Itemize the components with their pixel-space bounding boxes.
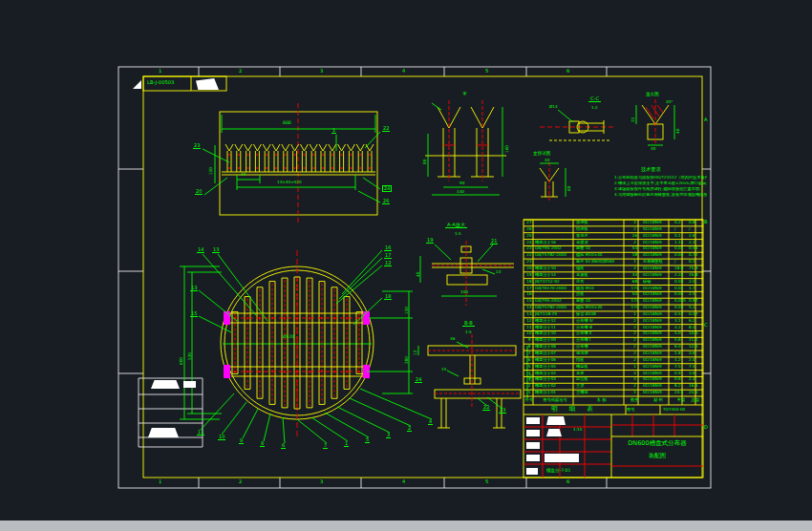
bom-cell: 8.4 <box>688 325 702 331</box>
bom-cell: 1 <box>627 259 642 266</box>
notes-line: 3.现场组装按件号顺序进行,螺栓联接应拧紧牢固; <box>614 187 707 191</box>
bom-cell <box>702 240 703 246</box>
bom-dwg-no: TD7450-00 <box>663 408 685 412</box>
bom-cell: 压板 <box>575 291 627 298</box>
bom-cell: 8 <box>524 344 534 350</box>
bom-cell: 0.57 <box>688 311 702 318</box>
bom-cell: 75.3 <box>688 266 702 272</box>
zone-label: 1 <box>159 479 161 484</box>
aa-balloon-mid: 13 <box>496 270 501 274</box>
bom-cell: 12.0 <box>688 344 702 350</box>
revision-blob <box>148 428 179 437</box>
bom-row: 1槽盘分-J-01主槽体10Cr18Ni924.524.5 <box>524 390 703 396</box>
part-balloon: 23 <box>193 143 201 149</box>
bom-cell: GB/T6170-2000 <box>534 286 575 292</box>
bom-cell: 7.5 <box>688 364 702 371</box>
bb-detail-scale: 1:5 <box>465 330 472 334</box>
notes-line: 2.槽体上沿应保持水平,水平度允差±2mm,堰口标高一致; <box>614 181 707 185</box>
bom-cell <box>702 220 703 226</box>
bom-cell: 19 <box>524 272 534 279</box>
bom-cell: 10 <box>524 330 534 337</box>
part-balloon: 12 <box>384 261 392 266</box>
bom-cell: 0Cr18Ni9 <box>642 390 673 396</box>
bom-cell: 0.1 <box>673 233 688 240</box>
bom-cell: 4 <box>524 371 534 377</box>
bom-cell: 0Cr18Ni9 <box>642 318 673 325</box>
bom-cell: 0Cr18Ni9 <box>642 220 673 226</box>
bom-row: 6槽盘分-J-06挡板20Cr18Ni91.22.4 <box>524 357 703 364</box>
part-balloon: 1 <box>344 441 349 447</box>
bom-header-cell: 图号或标准号 <box>534 396 575 405</box>
bom-cell: 槽盘分-J-08 <box>534 344 575 350</box>
bom-cell: 7 <box>524 350 534 357</box>
bolt-detail-label: C-C <box>588 96 601 102</box>
bom-cell: 槽盖板 <box>575 364 627 371</box>
part-balloon: 9 <box>239 438 244 444</box>
bom-cell: 24.5 <box>673 390 688 396</box>
bom-cell <box>702 318 703 325</box>
bom-row: 2槽盘分-J-02主梁20Cr18Ni98.216.4 <box>524 383 703 390</box>
bom-row: 19槽盘分-J-14支承板340Cr18Ni92.2435.8 <box>524 272 703 279</box>
part-balloon: 13 <box>190 286 198 291</box>
bom-cell: 5.6 <box>673 337 688 344</box>
bom-header-cell: 材 料 <box>642 396 673 405</box>
bom-cell <box>702 364 703 371</box>
bom-cell: 2.24 <box>673 272 688 279</box>
bom-cell: 0.1 <box>688 259 702 266</box>
bom-cell: 18 <box>627 252 642 259</box>
bom-cell: 2 <box>627 325 642 331</box>
bom-cell: 接管 Ø108 <box>575 311 627 318</box>
bom-cell: 3.6 <box>688 371 702 377</box>
front-dim-total: 13×40=520 <box>277 181 302 184</box>
bolt-detail-scale: 1:2 <box>591 106 598 110</box>
part-balloon: 17 <box>384 253 392 259</box>
signature-blob <box>526 417 540 424</box>
bom-cell: 0Cr18Ni9 <box>642 376 673 383</box>
bom-cell: 0Cr18Ni9 <box>642 272 673 279</box>
weir-dim-w1: 90 <box>459 181 464 185</box>
weir-detail-mark: ✳ <box>462 91 467 96</box>
bom-cell: / <box>673 259 688 266</box>
bom-cell: 4 <box>627 371 642 377</box>
bom-cell <box>702 226 703 233</box>
bom-cell: 26 <box>627 233 642 240</box>
bom-row: 3槽盘分-J-03定位板40Cr18Ni90.62.4 <box>524 376 703 383</box>
bb-detail-label: B-B <box>462 321 475 327</box>
bom-cell <box>702 390 703 396</box>
bom-cell: / <box>673 226 688 233</box>
bom-cell <box>702 311 703 318</box>
bom-cell: 2.6 <box>688 233 702 240</box>
bom-cell: 14 <box>524 305 534 311</box>
bom-cell: 槽盘分-J-07 <box>534 350 575 357</box>
bom-cell: 垫圈 10 <box>575 298 627 305</box>
zone-label: 5 <box>485 69 488 74</box>
part-balloon: 5 <box>365 437 370 443</box>
part-balloon: 26 <box>382 199 390 204</box>
drawing-title: DN600槽盘式分布器 <box>611 440 703 447</box>
aa-dim-bottom: 100 <box>460 290 468 294</box>
bom-cell <box>534 226 575 233</box>
bom-cell: 6 <box>524 357 534 364</box>
bom-cell: 0.03 <box>673 305 688 311</box>
bom-cell: 0Cr18Ni9 <box>642 383 673 390</box>
part-balloon: 7 <box>323 443 328 449</box>
bom-cell: 7.5 <box>673 364 688 371</box>
bom-row: 9槽盘分-J-09分布槽 Ⅰ20Cr18Ni95.611.2 <box>524 337 703 344</box>
zone-label: 1 <box>159 69 161 74</box>
bom-cell: 槽盘分-J-12 <box>534 318 575 325</box>
bom-cell: 螺栓 M10×40 <box>575 252 627 259</box>
part-balloon: 11 <box>197 430 204 435</box>
bom-cell: 2 <box>627 350 642 357</box>
bom-cell: 分布槽 Ⅳ <box>575 318 627 325</box>
bom-cell: 3.6 <box>688 350 702 357</box>
enlarged-dim-bottom: 30 <box>651 147 655 151</box>
bom-cell: GB/T95-2002 <box>534 245 575 252</box>
bom-cell <box>534 220 575 226</box>
bom-cell: 0Cr18Ni9 <box>642 357 673 364</box>
bom-cell: 34 <box>627 272 642 279</box>
bom-cell: 加强板 <box>575 220 627 226</box>
bom-cell: 16.4 <box>688 383 702 390</box>
bom-cell: 20 <box>524 266 534 272</box>
bom-cell: 0Cr18Ni9 <box>642 330 673 337</box>
zone-label: C <box>704 323 708 328</box>
